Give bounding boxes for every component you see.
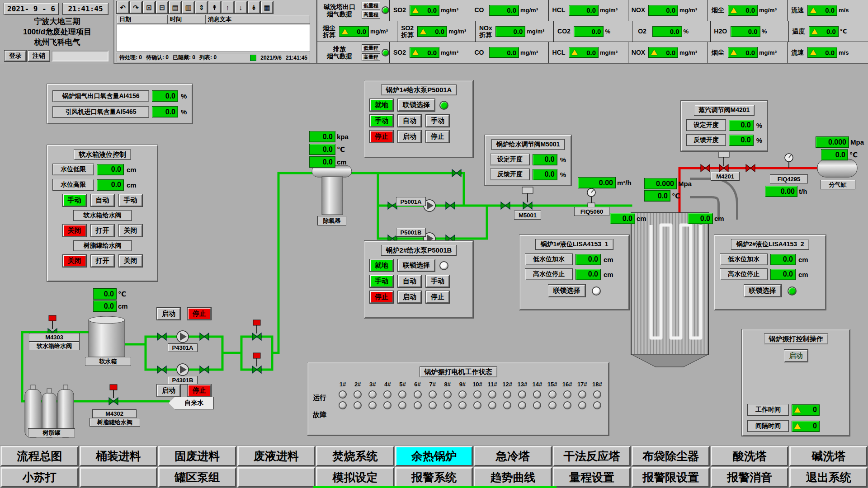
warning-icon xyxy=(794,407,801,413)
run-row-label: 运行 xyxy=(313,394,336,402)
pump-control-button[interactable]: 就地 xyxy=(370,99,393,111)
alarm-col-time[interactable]: 时间 xyxy=(167,15,205,24)
pump-control-button[interactable]: 自动 xyxy=(398,275,421,287)
nav-button[interactable]: 退出系统 xyxy=(789,467,868,488)
motor-number: 4# xyxy=(381,381,394,388)
alarm-col-message[interactable]: 消息文本 xyxy=(205,15,310,24)
pump-control-button[interactable]: 启动 xyxy=(398,291,421,303)
valve-opening-row: 设定开度 0.0 % xyxy=(686,119,762,131)
fiq4295-label: FIQ4295 xyxy=(770,174,808,183)
nav-button[interactable]: 急冷塔 xyxy=(474,446,552,466)
nav-button[interactable]: 余热锅炉 xyxy=(395,446,473,466)
nav-button[interactable]: 桶装进料 xyxy=(80,446,158,466)
sort-icon[interactable]: ⇕ xyxy=(195,1,208,14)
panel-title: 锅炉1#给水泵P5001A xyxy=(381,84,457,95)
pump-control-button[interactable]: 就地 xyxy=(370,259,393,272)
nav-button[interactable]: 固废进料 xyxy=(158,446,236,466)
mode-button[interactable]: 手动 xyxy=(119,194,142,206)
unlock-icon[interactable]: ⊟ xyxy=(156,1,168,14)
nav-button[interactable]: 模拟设定 xyxy=(316,467,394,488)
login-input[interactable] xyxy=(52,51,108,61)
motor-number: 1# xyxy=(336,381,349,388)
range-high-label[interactable]: 高量程 xyxy=(362,11,380,19)
nav-button[interactable]: 趋势曲线 xyxy=(474,467,552,488)
nav-button[interactable] xyxy=(237,467,316,488)
nav-button[interactable]: 干法反应塔 xyxy=(553,446,631,466)
pump-control-button[interactable]: 手动 xyxy=(370,115,393,127)
nav-button[interactable]: 布袋除尘器 xyxy=(632,446,710,466)
nav-button[interactable]: 酸洗塔 xyxy=(711,446,789,466)
nav-button[interactable]: 碱洗塔 xyxy=(789,446,868,466)
alarm-page-icon[interactable]: ▤ xyxy=(169,1,181,14)
drum-pressure-field: 0.000 Mpa xyxy=(644,178,692,189)
setpoint-label: 高水位停止 xyxy=(720,268,768,280)
gas-value: 0.0 xyxy=(648,5,678,16)
mode-buttons: 手动自动手动 xyxy=(63,194,142,206)
boiler1-level-panel: 锅炉1#液位LISA4153_1 低水位加水 0.0 cm 高水位停止 0.0 … xyxy=(519,235,629,310)
pump-control-button[interactable]: 手动 xyxy=(426,275,449,287)
login-button[interactable]: 登录 xyxy=(5,51,26,61)
nav-button[interactable]: 焚烧系统 xyxy=(316,446,394,466)
valve-button[interactable]: 关闭 xyxy=(63,255,86,267)
nav-button[interactable]: 报警系统 xyxy=(395,467,473,488)
gas-value: 0.0 xyxy=(489,47,519,58)
nav-back-icon[interactable]: ↶ xyxy=(117,1,129,14)
pump-control-button[interactable]: 启动 xyxy=(398,131,421,143)
pump-control-button[interactable]: 停止 xyxy=(426,131,449,143)
panel-title: 锅炉振打控制操作 xyxy=(764,333,828,344)
valve-button[interactable]: 关闭 xyxy=(119,255,142,267)
pump-button[interactable]: 启动 xyxy=(157,308,180,320)
time-label: 间隔时间 xyxy=(747,420,789,432)
range-low-label[interactable]: 低量程 xyxy=(362,2,380,9)
nav-button[interactable]: 量程设置 xyxy=(553,467,631,488)
pump-control-button[interactable]: 手动 xyxy=(426,115,449,127)
alarm-list-icon[interactable]: ▥ xyxy=(182,1,194,14)
mode-button[interactable]: 手动 xyxy=(63,194,86,206)
pump-control-button[interactable]: 联锁选择 xyxy=(398,99,435,111)
valve-button[interactable]: 打开 xyxy=(91,225,114,237)
range-high-label[interactable]: 高量程 xyxy=(362,53,380,61)
nav-button[interactable] xyxy=(80,467,158,488)
print-icon[interactable]: ▦ xyxy=(261,1,273,14)
valve-button[interactable]: 打开 xyxy=(91,255,114,267)
alarm-list-body[interactable] xyxy=(117,24,310,52)
pump-button[interactable]: 停止 xyxy=(188,385,211,397)
nav-button[interactable]: 流程总图 xyxy=(0,446,79,466)
nav-button[interactable]: 报警消音 xyxy=(711,467,789,488)
logout-button[interactable]: 注销 xyxy=(28,51,50,61)
pump-control-button[interactable]: 停止 xyxy=(370,291,393,303)
valve-button[interactable]: 关闭 xyxy=(119,225,142,237)
scroll-bottom-icon[interactable]: ↡ xyxy=(248,1,260,14)
mode-button[interactable]: 自动 xyxy=(91,194,114,206)
pump-control-button[interactable]: 自动 xyxy=(398,115,421,127)
scroll-up-icon[interactable]: ↑ xyxy=(222,1,234,14)
range-low-label[interactable]: 低量程 xyxy=(362,44,380,52)
level-limit-row: 水位低限 0.0 cm xyxy=(52,164,152,175)
rapping-start-button[interactable]: 启动 xyxy=(784,350,808,362)
oxygen-row: 引风机进口氧含量AI5465 0.0 % xyxy=(52,106,187,118)
nav-button[interactable]: 罐区泵组 xyxy=(158,467,236,488)
pump-control-button[interactable]: 联锁选择 xyxy=(398,259,435,272)
valve-button[interactable]: 关闭 xyxy=(63,225,86,237)
nav-row-functions: 小苏打罐区泵组模拟设定报警系统趋势曲线量程设置报警限设置报警消音退出系统 xyxy=(0,467,868,488)
pump-control-button[interactable]: 手动 xyxy=(370,275,393,287)
alarm-col-date[interactable]: 日期 xyxy=(117,15,167,24)
nav-button[interactable]: 报警限设置 xyxy=(632,467,710,488)
opening-value: 0.0 xyxy=(729,120,754,131)
lock-icon[interactable]: ⊡ xyxy=(143,1,155,14)
pump-control-button[interactable]: 停止 xyxy=(370,131,393,143)
motor-fault-lamp xyxy=(548,401,557,409)
nav-button[interactable]: 小苏打 xyxy=(0,467,79,488)
alarm-toolbar: ↶↷⊡⊟▤▥⇕↟↑↓↡▦ xyxy=(117,1,273,14)
scroll-top-icon[interactable]: ↟ xyxy=(208,1,221,14)
interlock-button[interactable]: 联锁选择 xyxy=(744,285,781,297)
nav-button[interactable]: 废液进料 xyxy=(237,446,316,466)
pump-control-button[interactable]: 停止 xyxy=(426,291,449,303)
pump-button[interactable]: 启动 xyxy=(157,385,180,397)
drum-temp-field: 0.0 ℃ xyxy=(644,190,680,202)
nav-forward-icon[interactable]: ↷ xyxy=(130,1,142,14)
interlock-button[interactable]: 联锁选择 xyxy=(548,285,585,297)
deaerator-value: 0.0 xyxy=(309,156,335,168)
scroll-down-icon[interactable]: ↓ xyxy=(235,1,247,14)
pump-button[interactable]: 停止 xyxy=(188,308,211,320)
